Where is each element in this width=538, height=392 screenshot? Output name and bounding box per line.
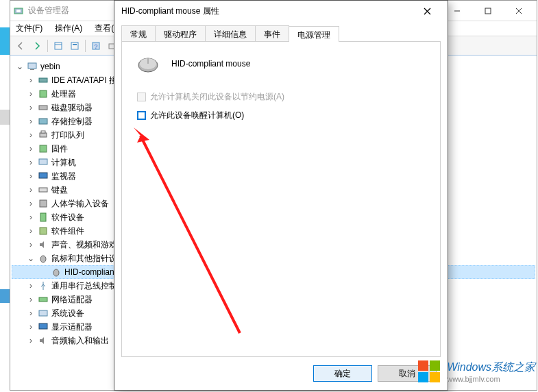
storage-controller-icon xyxy=(38,116,49,127)
chevron-right-icon[interactable]: › xyxy=(27,336,35,345)
close-button[interactable] xyxy=(413,1,441,21)
svg-rect-25 xyxy=(40,200,47,207)
chevron-right-icon[interactable]: › xyxy=(27,131,35,139)
svg-rect-8 xyxy=(71,42,78,49)
mouse-large-icon xyxy=(136,54,160,73)
svg-rect-27 xyxy=(40,228,47,234)
toolbar-help-icon[interactable]: ? xyxy=(88,38,103,53)
chevron-right-icon[interactable]: › xyxy=(27,241,35,249)
props-body: 常规 驱动程序 详细信息 事件 电源管理 HID-compliant mouse xyxy=(114,21,448,390)
checkbox-icon[interactable] xyxy=(137,111,146,120)
tabstrip: 常规 驱动程序 详细信息 事件 电源管理 xyxy=(121,25,441,42)
chevron-right-icon[interactable]: › xyxy=(27,199,35,208)
windows-logo-icon xyxy=(415,358,443,385)
tab-power-management[interactable]: 电源管理 xyxy=(289,26,339,42)
tree-root-label: yebin xyxy=(40,62,60,71)
tab-page-power: HID-compliant mouse 允许计算机关闭此设备以节约电源(A) 允… xyxy=(121,42,441,357)
svg-rect-17 xyxy=(39,106,47,110)
svg-rect-1 xyxy=(16,10,21,12)
svg-rect-41 xyxy=(418,372,428,382)
ok-button[interactable]: 确定 xyxy=(313,365,372,382)
menu-file[interactable]: 文件(F) xyxy=(13,21,45,36)
tree-node-label: 音频输入和输出 xyxy=(51,335,109,347)
tab-details[interactable]: 详细信息 xyxy=(205,25,256,41)
ide-icon xyxy=(38,75,49,86)
chevron-right-icon[interactable]: › xyxy=(27,103,35,112)
svg-rect-26 xyxy=(40,213,46,221)
chevron-right-icon[interactable]: › xyxy=(27,213,35,221)
tree-node-label: 计算机 xyxy=(51,157,76,169)
usb-icon xyxy=(38,280,49,291)
chevron-right-icon[interactable]: › xyxy=(27,295,35,304)
tree-node-label: 人体学输入设备 xyxy=(51,198,109,210)
checkbox-allow-wake[interactable]: 允许此设备唤醒计算机(O) xyxy=(137,110,426,121)
toolbar-showhide-icon[interactable] xyxy=(51,38,66,53)
device-name-label: HID-compliant mouse xyxy=(171,59,250,69)
tree-node-label: 鼠标和其他指针设 xyxy=(51,253,117,265)
props-title: HID-compliant mouse 属性 xyxy=(121,5,413,17)
tree-node-label: 处理器 xyxy=(51,88,76,100)
keyboard-icon xyxy=(38,184,49,195)
display-adapter-icon xyxy=(38,321,49,332)
chevron-down-icon[interactable]: ⌄ xyxy=(27,254,35,262)
toolbar-forward-icon[interactable] xyxy=(29,38,45,53)
tree-node-label: 显示适配器 xyxy=(51,321,93,333)
tab-general[interactable]: 常规 xyxy=(121,25,156,41)
audio-io-icon xyxy=(38,335,49,346)
props-titlebar: HID-compliant mouse 属性 xyxy=(114,1,448,21)
window-controls xyxy=(441,1,534,21)
watermark-title: Windows系统之家 xyxy=(447,360,535,375)
watermark-url: www.bjjmlv.com xyxy=(447,375,535,383)
properties-dialog: HID-compliant mouse 属性 常规 驱动程序 详细信息 事件 电… xyxy=(114,0,448,391)
svg-rect-24 xyxy=(39,188,47,192)
svg-rect-13 xyxy=(28,63,36,69)
checkbox-label: 允许计算机关闭此设备以节约电源(A) xyxy=(150,91,284,103)
tree-node-label: 键盘 xyxy=(51,184,68,196)
close-button[interactable] xyxy=(503,1,534,21)
svg-rect-20 xyxy=(41,131,45,133)
tab-events[interactable]: 事件 xyxy=(255,25,289,41)
tree-node-label: HID-complian xyxy=(64,267,114,277)
chevron-down-icon[interactable]: ⌄ xyxy=(16,62,24,71)
chevron-right-icon[interactable]: › xyxy=(27,282,35,290)
svg-rect-15 xyxy=(39,78,47,82)
firmware-icon xyxy=(38,143,49,154)
svg-rect-30 xyxy=(39,297,47,302)
tab-driver[interactable]: 驱动程序 xyxy=(155,25,206,41)
chevron-right-icon[interactable]: › xyxy=(27,227,35,235)
mouse-icon xyxy=(38,253,49,264)
hid-icon xyxy=(38,198,49,209)
tree-node-label: 监视器 xyxy=(51,171,76,182)
chevron-right-icon[interactable]: › xyxy=(27,323,35,331)
tree-node-label: 软件设备 xyxy=(51,212,84,223)
svg-text:?: ? xyxy=(94,43,97,50)
sound-icon xyxy=(38,239,49,250)
chevron-right-icon[interactable]: › xyxy=(27,172,35,180)
maximize-button[interactable] xyxy=(472,1,503,21)
toolbar-properties-icon[interactable] xyxy=(67,38,82,53)
svg-rect-39 xyxy=(418,360,428,371)
svg-rect-16 xyxy=(40,90,47,97)
toolbar-separator xyxy=(85,40,86,52)
chevron-right-icon[interactable]: › xyxy=(27,309,35,317)
checkbox-icon xyxy=(137,93,146,101)
tree-node-label: 磁盘驱动器 xyxy=(51,102,93,114)
svg-rect-19 xyxy=(40,133,47,137)
printer-icon xyxy=(38,130,49,140)
menu-action[interactable]: 操作(A) xyxy=(52,21,85,36)
watermark: Windows系统之家 www.bjjmlv.com xyxy=(415,358,535,385)
network-icon xyxy=(38,294,49,305)
chevron-right-icon[interactable]: › xyxy=(27,145,35,153)
chevron-right-icon[interactable]: › xyxy=(27,186,35,194)
toolbar-back-icon[interactable] xyxy=(13,38,28,53)
chevron-right-icon[interactable]: › xyxy=(27,76,35,84)
chevron-right-icon[interactable]: › xyxy=(27,90,35,98)
mouse-icon xyxy=(51,267,62,278)
svg-rect-21 xyxy=(40,145,47,152)
tree-node-label: 打印队列 xyxy=(51,130,84,141)
chevron-right-icon[interactable]: › xyxy=(27,117,35,125)
left-edge-strip xyxy=(0,0,10,391)
disk-icon xyxy=(38,102,49,113)
chevron-right-icon[interactable]: › xyxy=(27,158,35,167)
checkbox-label: 允许此设备唤醒计算机(O) xyxy=(150,110,244,121)
